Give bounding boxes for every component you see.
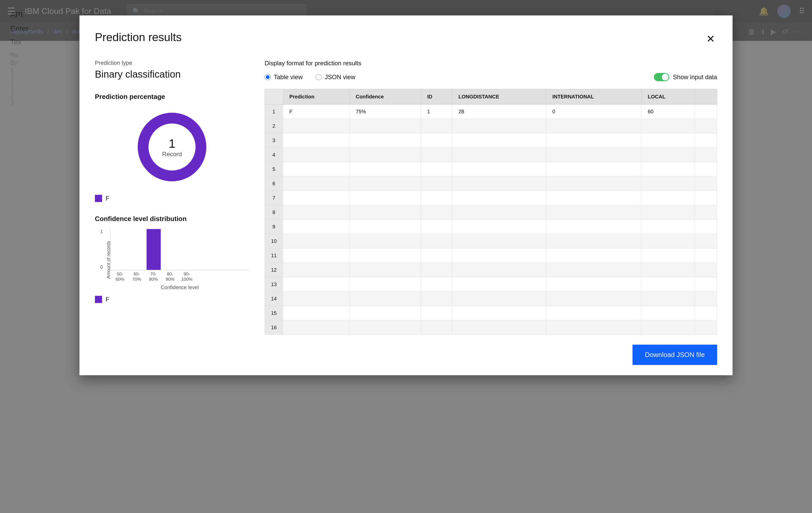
- display-format-label: Display format for prediction results: [265, 60, 717, 67]
- x-label-4: 80-90%: [163, 272, 177, 282]
- legend-color-f: [95, 195, 102, 202]
- table-row: 16: [265, 321, 717, 335]
- row-num-14: 14: [265, 292, 283, 306]
- table-row: 1 F 75% 1 28 0 60: [265, 104, 717, 119]
- row-num-7: 7: [265, 191, 283, 205]
- bar-group-4: [163, 229, 177, 270]
- table-view-option[interactable]: Table view: [265, 73, 302, 81]
- donut-center: 1 Record: [162, 137, 182, 158]
- table-row: 5: [265, 162, 717, 177]
- col-header-extra: [695, 89, 717, 104]
- results-table: Prediction Confidence ID LONGDISTANCE IN…: [265, 89, 717, 335]
- table-row: 14: [265, 292, 717, 306]
- radio-group: Table view JSON view Show input data: [265, 73, 717, 81]
- modal-title: Prediction results: [95, 41, 181, 44]
- row-2-local: [641, 119, 695, 133]
- table-row: 3: [265, 133, 717, 148]
- bar-group-5: [180, 229, 194, 270]
- table-row: 11: [265, 248, 717, 263]
- row-num-8: 8: [265, 205, 283, 220]
- table-row: 8: [265, 205, 717, 220]
- main-content: API Enter Tex MaBr{}{}} Prediction resul…: [0, 41, 812, 513]
- col-header-confidence: Confidence: [349, 89, 421, 104]
- y-tick-1: 1: [100, 229, 103, 234]
- row-num-13: 13: [265, 277, 283, 292]
- row-1-local: 60: [641, 104, 695, 119]
- download-json-button[interactable]: Download JSON file: [633, 345, 717, 365]
- donut-label: Record: [162, 151, 182, 158]
- table-row: 4: [265, 148, 717, 162]
- close-button[interactable]: ✕: [704, 41, 717, 47]
- table-row: 6: [265, 177, 717, 191]
- donut-chart: 1 Record: [134, 109, 210, 186]
- x-axis-labels: 50-60% 60-70% 70-80% 80-90% 90-100%: [110, 272, 249, 282]
- x-label-3: 70-80%: [146, 272, 161, 282]
- right-panel: Display format for prediction results Ta…: [265, 60, 717, 335]
- x-axis-title: Confidence level: [110, 284, 249, 291]
- prediction-results-modal: Prediction results ✕ Prediction type Bin…: [80, 41, 732, 375]
- show-input-toggle[interactable]: Show input data: [654, 73, 717, 81]
- row-2-prediction: [283, 119, 349, 133]
- row-num-5: 5: [265, 162, 283, 177]
- donut-container: 1 Record: [95, 109, 249, 186]
- row-1-prediction: F: [283, 104, 349, 119]
- col-header-local: LOCAL: [641, 89, 695, 104]
- row-2-confidence: [349, 119, 421, 133]
- confidence-legend-item: F: [95, 296, 249, 303]
- json-view-radio[interactable]: [316, 74, 322, 80]
- table-view-radio[interactable]: [265, 74, 271, 80]
- row-1-extra: [695, 104, 717, 119]
- modal-header: Prediction results ✕: [95, 41, 717, 47]
- donut-number: 1: [162, 137, 182, 151]
- table-row: 15: [265, 306, 717, 321]
- row-num-16: 16: [265, 321, 283, 335]
- legend-item-f: F: [95, 195, 249, 202]
- left-panel: Prediction type Binary classification Pr…: [95, 60, 249, 335]
- col-header-longdistance: LONGDISTANCE: [452, 89, 546, 104]
- col-header-prediction: Prediction: [283, 89, 349, 104]
- json-view-label: JSON view: [325, 73, 355, 81]
- confidence-section-label: Confidence level distribution: [95, 215, 249, 223]
- y-tick-0: 0: [100, 265, 103, 270]
- row-2-longdistance: [452, 119, 546, 133]
- modal-body: Prediction type Binary classification Pr…: [95, 60, 717, 335]
- row-num-2: 2: [265, 119, 283, 133]
- table-row: 2: [265, 119, 717, 133]
- bar-group-3: [147, 229, 161, 270]
- bar-3: [147, 229, 161, 270]
- row-1-international: 0: [546, 104, 641, 119]
- col-header-num: [265, 89, 283, 104]
- table-row: 9: [265, 220, 717, 234]
- table-row: 13: [265, 277, 717, 292]
- table-row: 12: [265, 263, 717, 277]
- prediction-type-label: Prediction type: [95, 60, 249, 66]
- table-row: 7: [265, 191, 717, 205]
- bar-group-1: [113, 229, 127, 270]
- row-3-prediction: [283, 133, 349, 148]
- row-num-15: 15: [265, 306, 283, 321]
- bar-chart-area: 1 0: [110, 229, 249, 270]
- row-num-12: 12: [265, 263, 283, 277]
- table-row: 10: [265, 234, 717, 248]
- show-input-label: Show input data: [673, 73, 717, 81]
- col-header-id: ID: [421, 89, 452, 104]
- row-num-6: 6: [265, 177, 283, 191]
- row-num-9: 9: [265, 220, 283, 234]
- legend-label-f: F: [106, 195, 110, 202]
- row-2-international: [546, 119, 641, 133]
- bar-chart: Amount of records 1 0: [95, 229, 249, 291]
- row-1-id: 1: [421, 104, 452, 119]
- prediction-type-value: Binary classification: [95, 69, 249, 80]
- row-num-10: 10: [265, 234, 283, 248]
- row-num-11: 11: [265, 248, 283, 263]
- row-1-confidence: 75%: [349, 104, 421, 119]
- toggle-switch[interactable]: [654, 73, 669, 81]
- x-label-5: 90-100%: [180, 272, 194, 282]
- x-label-1: 50-60%: [113, 272, 127, 282]
- row-2-id: [421, 119, 452, 133]
- modal-overlay: Prediction results ✕ Prediction type Bin…: [0, 41, 812, 513]
- json-view-option[interactable]: JSON view: [316, 73, 355, 81]
- confidence-legend-color: [95, 296, 102, 303]
- row-1-longdistance: 28: [452, 104, 546, 119]
- col-header-international: INTERNATIONAL: [546, 89, 641, 104]
